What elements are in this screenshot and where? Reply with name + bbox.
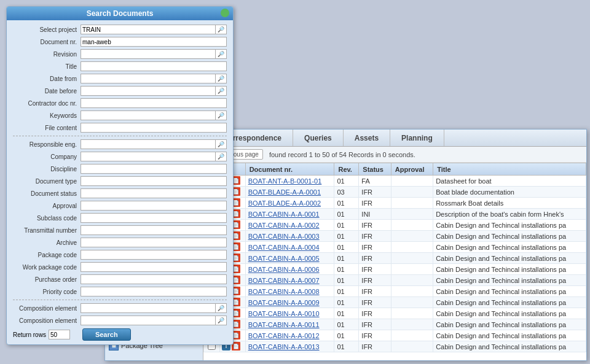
responsible-eng-input[interactable] [81, 139, 216, 149]
search-panel-title: Search Documents [87, 9, 154, 18]
doc-link-5[interactable]: BOAT-CABIN-A-A-0003 [248, 233, 320, 240]
date-before-field: 🔎 [81, 86, 227, 96]
search-execute-button[interactable]: Search [82, 328, 131, 341]
document-type-label: Document type [13, 178, 81, 185]
subclass-code-row: Subclass code [13, 212, 227, 223]
doc-link-4[interactable]: BOAT-CABIN-A-A-0002 [248, 222, 320, 229]
company-input[interactable] [81, 152, 216, 161]
col-doc-nr: Document nr. [245, 163, 334, 176]
doc-link-10[interactable]: BOAT-CABIN-A-A-0008 [248, 288, 320, 295]
responsible-eng-label: Responsible eng. [13, 141, 81, 148]
revision-lookup-btn[interactable]: 🔎 [216, 49, 227, 59]
package-code-input[interactable] [81, 250, 227, 260]
contractor-doc-nr-label: Contractor doc nr. [13, 100, 81, 107]
subclass-code-input[interactable] [81, 213, 227, 223]
title-input[interactable] [81, 61, 227, 71]
row-title-5: Cabin Design and Techincal installations… [433, 231, 586, 242]
close-icon[interactable] [221, 9, 229, 17]
row-status-12: IFR [359, 308, 391, 319]
row-title-2: Rossmark Boat details [433, 198, 586, 209]
transmittal-number-label: Transmittal number [13, 227, 81, 234]
doc-link-2[interactable]: BOAT-BLADE-A-A-0002 [248, 199, 321, 207]
search-panel-body: Select project 🔎 Document nr. Revision 🔎… [7, 20, 233, 344]
doc-link-15[interactable]: BOAT-CABIN-A-A-0013 [248, 343, 320, 350]
discipline-row: Discipline [13, 163, 227, 174]
date-from-lookup-btn[interactable]: 🔎 [216, 74, 227, 83]
revision-input[interactable] [81, 49, 216, 59]
purchase-order-input[interactable] [81, 274, 227, 284]
doc-link-13[interactable]: BOAT-CABIN-A-A-0011 [248, 321, 320, 328]
tab-queries[interactable]: Queries [293, 130, 344, 146]
responsible-eng-row: Responsible eng. 🔎 [13, 139, 227, 150]
tab-planning[interactable]: Planning [390, 130, 444, 146]
row-doc-nr-4: BOAT-CABIN-A-A-0002 [245, 220, 334, 231]
date-from-row: Date from 🔎 [13, 73, 227, 84]
doc-link-9[interactable]: BOAT-CABIN-A-A-0007 [248, 277, 320, 284]
date-before-input[interactable] [81, 86, 216, 96]
document-nr-input[interactable] [81, 37, 227, 47]
col-approval: Approval [391, 163, 433, 176]
doc-link-14[interactable]: BOAT-CABIN-A-A-0012 [248, 332, 320, 339]
keywords-lookup-btn[interactable]: 🔎 [216, 110, 227, 120]
table-row: i 📄 BOAT-CABIN-A-A-0008 01 IFR Cabin Des… [204, 286, 586, 297]
row-doc-nr-2: BOAT-BLADE-A-A-0002 [245, 198, 334, 209]
title-row: Title [13, 61, 227, 72]
row-rev-3: 01 [334, 209, 359, 220]
doc-link-8[interactable]: BOAT-CABIN-A-A-0006 [248, 266, 320, 273]
table-body: i 📄 BOAT-ANT-A-B-0001-01 01 FA Datasheet… [204, 176, 586, 352]
doc-link-12[interactable]: BOAT-CABIN-A-A-0010 [248, 310, 320, 317]
keywords-input[interactable] [81, 110, 216, 120]
contractor-doc-nr-input[interactable] [81, 98, 227, 108]
row-approval-7 [391, 253, 433, 264]
date-before-row: Date before 🔎 [13, 85, 227, 96]
search-documents-panel: Search Documents Select project 🔎 Docume… [6, 6, 234, 345]
row-doc-nr-14: BOAT-CABIN-A-A-0012 [245, 330, 334, 341]
archive-input[interactable] [81, 238, 227, 247]
select-project-lookup-btn[interactable]: 🔎 [216, 25, 227, 34]
doc-link-6[interactable]: BOAT-CABIN-A-A-0004 [248, 244, 320, 251]
select-project-label: Select project [13, 26, 81, 33]
doc-link-0[interactable]: BOAT-ANT-A-B-0001-01 [248, 177, 322, 185]
discipline-input[interactable] [81, 164, 227, 174]
doc-link-11[interactable]: BOAT-CABIN-A-A-0009 [248, 299, 320, 306]
doc-link-1[interactable]: BOAT-BLADE-A-A-0001 [248, 188, 321, 196]
approval-input[interactable] [81, 201, 227, 211]
row-rev-6: 01 [334, 242, 359, 253]
doc-link-3[interactable]: BOAT-CABIN-A-A-0001 [248, 211, 320, 218]
document-status-input[interactable] [81, 188, 227, 198]
document-type-row: Document type [13, 176, 227, 187]
table-row: i 📄 BOAT-ANT-A-B-0001-01 01 FA Datasheet… [204, 176, 586, 187]
responsible-eng-lookup-btn[interactable]: 🔎 [216, 139, 227, 149]
file-content-input[interactable] [81, 123, 227, 133]
revision-row: Revision 🔎 [13, 48, 227, 60]
results-bar: ◀ Previous page found record 1 to 50 of … [203, 147, 586, 163]
composition-element-2-field: 🔎 [81, 316, 227, 325]
row-rev-13: 01 [334, 319, 359, 330]
row-title-12: Cabin Design and Techincal installations… [433, 308, 586, 319]
company-lookup-btn[interactable]: 🔎 [216, 152, 227, 161]
doc-link-7[interactable]: BOAT-CABIN-A-A-0005 [248, 255, 320, 262]
date-before-lookup-btn[interactable]: 🔎 [216, 86, 227, 96]
transmittal-number-input[interactable] [81, 225, 227, 235]
row-approval-9 [391, 275, 433, 286]
return-rows-input[interactable] [49, 330, 70, 339]
tab-assets[interactable]: Assets [344, 130, 390, 146]
table-row: i 📄 BOAT-CABIN-A-A-0009 01 IFR Cabin Des… [204, 297, 586, 308]
composition-element-1-input[interactable] [81, 303, 216, 313]
priority-code-input[interactable] [81, 287, 227, 296]
row-rev-2: 01 [334, 198, 359, 209]
table-header-row: Document nr. Rev. Status Approval Title [204, 163, 586, 176]
work-package-code-input[interactable] [81, 262, 227, 272]
row-doc-nr-13: BOAT-CABIN-A-A-0011 [245, 319, 334, 330]
document-type-input[interactable] [81, 176, 227, 186]
composition-element-2-input[interactable] [81, 316, 216, 325]
row-status-14: IFR [359, 330, 391, 341]
select-project-input[interactable] [81, 25, 216, 34]
row-doc-nr-6: BOAT-CABIN-A-A-0004 [245, 242, 334, 253]
date-before-label: Date before [13, 88, 81, 95]
date-from-input[interactable] [81, 74, 216, 83]
composition-element-1-lookup-btn[interactable]: 🔎 [216, 303, 227, 313]
composition-element-2-lookup-btn[interactable]: 🔎 [216, 316, 227, 325]
row-title-4: Cabin Design and Techincal installations… [433, 220, 586, 231]
row-doc-nr-5: BOAT-CABIN-A-A-0003 [245, 231, 334, 242]
